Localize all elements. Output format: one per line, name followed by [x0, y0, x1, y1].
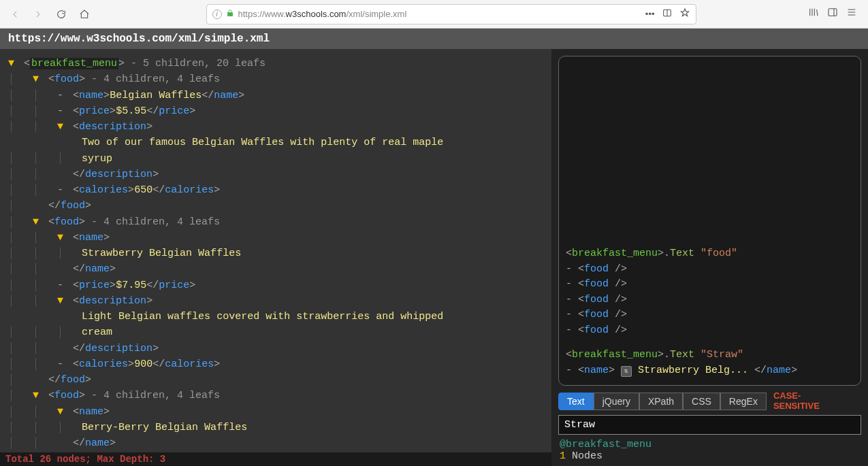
tree-row[interactable]: │ ▼ <food> - 4 children, 4 leafs [8, 388, 543, 403]
tree-row[interactable]: │ │ - <price>$5.95</price> [8, 103, 543, 119]
search-tab-xpath[interactable]: XPath [639, 393, 683, 410]
back-button[interactable] [5, 5, 25, 24]
result-item[interactable]: - <food /> [566, 277, 854, 293]
search-tab-regex[interactable]: RegEx [720, 393, 767, 410]
case-sensitive-toggle[interactable]: CASE-SENSITIVE [773, 391, 820, 411]
tree-row[interactable]: │ │ ▼ <name> [8, 404, 543, 420]
more-icon[interactable]: ••• [645, 9, 655, 19]
tree-row[interactable]: │ │ │ Two of our famous Belgian Waffles … [8, 135, 543, 167]
url-bar[interactable]: i https://www.w3schools.com/xml/simple.x… [206, 4, 696, 24]
tree-row[interactable]: │ │ </description> [8, 341, 543, 356]
tree-row[interactable]: │ │ - <name>Belgian Waffles</name> [8, 88, 543, 103]
tree-row[interactable]: ▼ <breakfast_menu> - 5 children, 20 leaf… [8, 56, 543, 71]
home-button[interactable] [75, 5, 94, 24]
menu-icon[interactable] [846, 7, 857, 21]
svg-rect-2 [829, 9, 837, 16]
search-tab-css[interactable]: CSS [683, 393, 720, 410]
result-item[interactable]: - <food /> [566, 307, 854, 323]
results-box: <breakfast_menu>.Text "food"- <food />- … [558, 56, 861, 386]
tree-row[interactable]: │ │ │ Strawberry Belgian Waffles [8, 246, 543, 261]
tree-row[interactable]: │ │ - <price>$7.95</price> [8, 278, 543, 293]
tree-row[interactable]: │ │ - <calories>900</calories> [8, 356, 543, 372]
tree-row[interactable]: │ │ ▼ <description> [8, 119, 543, 135]
tree-pane: ▼ <breakfast_menu> - 5 children, 20 leaf… [0, 49, 551, 466]
browser-toolbar: i https://www.w3schools.com/xml/simple.x… [0, 0, 868, 29]
svg-rect-0 [227, 13, 232, 16]
result-item[interactable]: - <food /> [566, 323, 854, 339]
bookmark-icon[interactable] [679, 7, 690, 20]
result-item[interactable]: - <food /> [566, 293, 854, 308]
result-item[interactable]: - <food /> [566, 262, 854, 278]
search-count: 1 [560, 450, 566, 462]
tree-row[interactable]: │ ▼ <food> - 4 children, 4 leafs [8, 71, 543, 87]
tree-row[interactable]: │ </food> [8, 372, 543, 388]
result-item[interactable]: - <name> ⇅ Strawberry Belg... </name> [566, 363, 854, 379]
search-context[interactable]: @breakfast_menu [560, 439, 860, 450]
search-tab-text[interactable]: Text [558, 393, 594, 410]
reader-icon[interactable] [662, 7, 673, 20]
tree-row[interactable]: │ │ </name> [8, 435, 543, 451]
url-text: https://www.w3schools.com/xml/simple.xml [238, 9, 641, 19]
tree-row[interactable]: │ │ - <calories>650</calories> [8, 182, 543, 198]
search-input[interactable] [558, 415, 861, 435]
reload-button[interactable] [52, 5, 71, 24]
tree-row[interactable]: │ │ </description> [8, 167, 543, 182]
status-footer: Total 26 nodes; Max Depth: 3 [0, 452, 551, 466]
tree-row[interactable]: │ │ ▼ <name> [8, 230, 543, 246]
query-line: <breakfast_menu>.Text "Straw" [566, 348, 854, 363]
tree-row[interactable]: │ </food> [8, 198, 543, 214]
library-icon[interactable] [808, 7, 819, 21]
tree-row[interactable]: │ │ │ Berry-Berry Belgian Waffles [8, 420, 543, 435]
page-title: https://www.w3schools.com/xml/simple.xml [8, 33, 270, 45]
search-tab-jquery[interactable]: jQuery [594, 393, 639, 410]
tree-row[interactable]: │ │ ▼ <description> [8, 293, 543, 309]
lock-icon [226, 9, 234, 19]
badge-icon: ⇅ [621, 366, 632, 377]
inspector-pane: <breakfast_menu>.Text "food"- <food />- … [551, 49, 868, 466]
tree-row[interactable]: │ │ </name> [8, 261, 543, 277]
query-line: <breakfast_menu>.Text "food" [566, 246, 854, 262]
forward-button[interactable] [29, 5, 48, 24]
site-info-icon[interactable]: i [212, 10, 222, 19]
search-summary: @breakfast_menu 1 Nodes [558, 435, 861, 466]
tree-row[interactable]: │ ▼ <food> - 4 children, 4 leafs [8, 214, 543, 230]
search-mode-tabs: TextjQueryXPathCSSRegExCASE-SENSITIVE [558, 391, 861, 411]
sidebar-icon[interactable] [827, 7, 838, 21]
tree-row[interactable]: │ │ │ Light Belgian waffles covered with… [8, 309, 543, 341]
page-title-bar: https://www.w3schools.com/xml/simple.xml [0, 29, 868, 49]
